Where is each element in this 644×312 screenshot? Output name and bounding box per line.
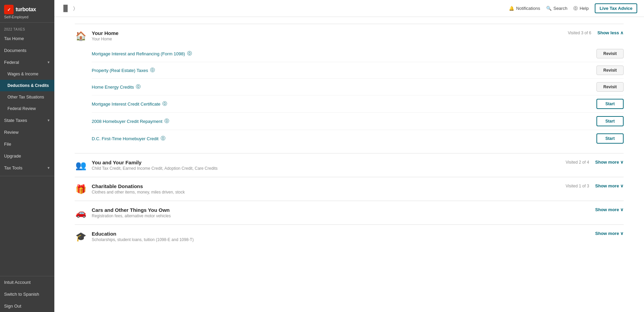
- sidebar-item-documents[interactable]: Documents: [0, 44, 54, 56]
- show-toggle-you-family[interactable]: Show more ∨: [595, 160, 624, 165]
- item-text-your-home-0: Mortgage Interest and Refinancing (Form …: [92, 51, 185, 56]
- section-title-your-home: Your Home: [92, 30, 563, 36]
- item-label-your-home-1: Property (Real Estate) Taxes⓪: [92, 67, 596, 73]
- start-button-your-home-4[interactable]: Start: [596, 116, 624, 126]
- bell-icon: 🔔: [509, 6, 514, 11]
- sidebar-item-state-taxes[interactable]: State Taxes▼: [0, 114, 54, 126]
- item-row-your-home-1: Property (Real Estate) Taxes⓪Revisit: [92, 62, 624, 79]
- sidebar-label-wages-income: Wages & Income: [7, 72, 38, 76]
- sidebar-label-deductions-credits: Deductions & Credits: [7, 83, 49, 88]
- section-info-you-family: You and Your FamilyChild Tax Credit, Ear…: [92, 160, 561, 171]
- item-row-your-home-3: Mortgage Interest Credit Certificate⓪Sta…: [92, 95, 624, 113]
- section-info-your-home: Your HomeYour Home: [92, 30, 563, 41]
- sidebar-item-federal[interactable]: Federal▼: [0, 56, 54, 68]
- section-header-charitable: 🎁Charitable DonationsClothes and other i…: [75, 183, 624, 195]
- item-row-your-home-2: Home Energy Credits⓪Revisit: [92, 79, 624, 95]
- sidebar-item-deductions-credits[interactable]: Deductions & Credits: [0, 80, 54, 91]
- sidebar-item-switch-spanish[interactable]: Switch to Spanish: [0, 288, 54, 300]
- show-toggle-education[interactable]: Show more ∨: [595, 231, 624, 236]
- section-right-your-home: Visited 3 of 6Show less ∧: [568, 30, 624, 35]
- sections-container: 🏠Your HomeYour HomeVisited 3 of 6Show le…: [75, 24, 624, 248]
- help-circle-icon[interactable]: ⓪: [150, 67, 155, 73]
- sidebar-item-tax-home[interactable]: Tax Home: [0, 33, 54, 44]
- help-circle-icon[interactable]: ⓪: [161, 135, 165, 142]
- visited-label-you-family: Visited 2 of 4: [566, 160, 589, 165]
- sidebar-item-sign-out[interactable]: Sign Out: [0, 300, 54, 312]
- section-info-cars-things: Cars and Other Things You OwnRegistratio…: [92, 207, 590, 218]
- search-label: Search: [553, 6, 567, 11]
- notifications-button[interactable]: 🔔 Notifications: [509, 6, 540, 11]
- item-label-your-home-4: 2008 Homebuyer Credit Repayment⓪: [92, 118, 596, 124]
- section-title-cars-things: Cars and Other Things You Own: [92, 207, 590, 213]
- section-header-cars-things: 🚗Cars and Other Things You OwnRegistrati…: [75, 207, 624, 218]
- section-subtitle-charitable: Clothes and other items, money, miles dr…: [92, 190, 561, 195]
- revisit-button-your-home-0[interactable]: Revisit: [596, 49, 624, 58]
- logo-text: turbotax: [16, 6, 36, 13]
- main-area: ▐▌ 〉 🔔 Notifications 🔍 Search ⓪ Help Liv…: [54, 0, 644, 312]
- section-charitable: 🎁Charitable DonationsClothes and other i…: [75, 177, 624, 201]
- live-tax-advice-button[interactable]: Live Tax Advice: [595, 3, 637, 13]
- topbar-chevron-icon[interactable]: 〉: [73, 5, 75, 11]
- show-toggle-your-home[interactable]: Show less ∧: [597, 30, 624, 35]
- revisit-button-your-home-2[interactable]: Revisit: [596, 82, 624, 92]
- section-info-charitable: Charitable DonationsClothes and other it…: [92, 183, 561, 195]
- start-button-your-home-3[interactable]: Start: [596, 99, 624, 109]
- sidebar-label-documents: Documents: [4, 48, 26, 53]
- help-button[interactable]: ⓪ Help: [573, 5, 589, 12]
- help-icon: ⓪: [573, 5, 578, 12]
- section-icon-cars-things: 🚗: [75, 208, 87, 218]
- item-label-your-home-3: Mortgage Interest Credit Certificate⓪: [92, 101, 596, 107]
- sidebar-item-other-tax[interactable]: Other Tax Situations: [0, 91, 54, 103]
- item-label-your-home-0: Mortgage Interest and Refinancing (Form …: [92, 51, 596, 57]
- help-label: Help: [579, 6, 589, 11]
- visited-label-your-home: Visited 3 of 6: [568, 31, 591, 35]
- revisit-button-your-home-1[interactable]: Revisit: [596, 66, 624, 75]
- section-header-your-home: 🏠Your HomeYour HomeVisited 3 of 6Show le…: [75, 30, 624, 41]
- sidebar-item-review[interactable]: Review: [0, 126, 54, 138]
- item-label-your-home-2: Home Energy Credits⓪: [92, 84, 596, 90]
- sidebar-bottom: Intuit AccountSwitch to SpanishSign Out: [0, 276, 54, 312]
- help-circle-icon[interactable]: ⓪: [164, 118, 169, 124]
- sidebar-nav: Tax HomeDocumentsFederal▼Wages & IncomeD…: [0, 33, 54, 174]
- section-education: 🎓EducationScholarships, student loans, t…: [75, 224, 624, 248]
- sidebar-item-intuit-account[interactable]: Intuit Account: [0, 276, 54, 288]
- sidebar-label-federal-review: Federal Review: [7, 106, 36, 111]
- topbar: ▐▌ 〉 🔔 Notifications 🔍 Search ⓪ Help Liv…: [54, 0, 644, 17]
- item-text-your-home-1: Property (Real Estate) Taxes: [92, 68, 148, 73]
- sidebar-item-upgrade[interactable]: Upgrade: [0, 150, 54, 162]
- show-toggle-cars-things[interactable]: Show more ∨: [595, 207, 624, 212]
- sidebar-item-federal-review[interactable]: Federal Review: [0, 103, 54, 114]
- logo-area: ✓ turbotax Self-Employed: [0, 0, 54, 23]
- search-icon: 🔍: [546, 6, 552, 11]
- sidebar-label-review: Review: [4, 130, 19, 135]
- logo-icon: ✓: [4, 5, 14, 14]
- help-circle-icon[interactable]: ⓪: [162, 101, 167, 107]
- item-row-your-home-4: 2008 Homebuyer Credit Repayment⓪Start: [92, 113, 624, 130]
- sidebar-section-label: 2022 TAXES: [0, 23, 54, 33]
- sidebar-bottom-nav: Intuit AccountSwitch to SpanishSign Out: [0, 276, 54, 312]
- notifications-label: Notifications: [516, 6, 540, 11]
- start-button-your-home-5[interactable]: Start: [596, 133, 624, 144]
- help-circle-icon[interactable]: ⓪: [187, 51, 192, 57]
- sidebar-label-switch-spanish: Switch to Spanish: [4, 292, 39, 297]
- show-toggle-charitable[interactable]: Show more ∨: [595, 183, 624, 188]
- section-title-you-family: You and Your Family: [92, 160, 561, 165]
- section-icon-you-family: 👥: [75, 160, 87, 171]
- chart-icon: ▐▌: [61, 5, 70, 12]
- chevron-down-icon: ▼: [47, 166, 50, 170]
- section-header-education: 🎓EducationScholarships, student loans, t…: [75, 231, 624, 242]
- sidebar-item-wages-income[interactable]: Wages & Income: [0, 68, 54, 80]
- logo-subtitle: Self-Employed: [4, 15, 50, 19]
- sidebar-item-tax-tools[interactable]: Tax Tools▼: [0, 162, 54, 174]
- help-circle-icon[interactable]: ⓪: [136, 84, 141, 90]
- sidebar-label-sign-out: Sign Out: [4, 304, 21, 309]
- item-text-your-home-3: Mortgage Interest Credit Certificate: [92, 102, 160, 107]
- item-row-your-home-0: Mortgage Interest and Refinancing (Form …: [92, 45, 624, 62]
- search-button[interactable]: 🔍 Search: [546, 6, 567, 11]
- item-text-your-home-4: 2008 Homebuyer Credit Repayment: [92, 119, 162, 124]
- sidebar-label-state-taxes: State Taxes: [4, 118, 27, 123]
- chevron-down-icon: ▼: [47, 60, 50, 64]
- sidebar-item-file[interactable]: File: [0, 138, 54, 150]
- section-right-you-family: Visited 2 of 4Show more ∨: [566, 160, 624, 165]
- sidebar-label-intuit-account: Intuit Account: [4, 280, 31, 285]
